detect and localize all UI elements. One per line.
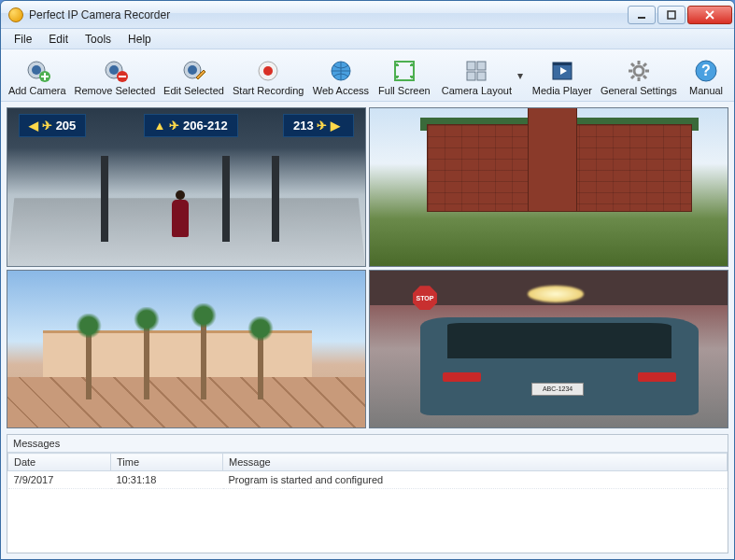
svg-point-6 bbox=[109, 65, 119, 75]
messages-log[interactable]: Date Time Message 7/9/2017 10:31:18 Prog… bbox=[7, 453, 728, 553]
start-recording-button[interactable]: Start Recording bbox=[232, 53, 305, 98]
maximize-icon bbox=[666, 10, 677, 20]
menu-help[interactable]: Help bbox=[120, 31, 159, 48]
camera-feed-2[interactable] bbox=[369, 107, 728, 267]
column-time[interactable]: Time bbox=[111, 454, 223, 471]
messages-panel-header: Messages bbox=[7, 435, 728, 453]
maximize-button[interactable] bbox=[657, 6, 686, 24]
svg-rect-18 bbox=[477, 72, 486, 80]
svg-rect-0 bbox=[638, 17, 645, 19]
minimize-button[interactable] bbox=[628, 6, 656, 24]
svg-text:?: ? bbox=[701, 63, 711, 78]
app-icon bbox=[8, 7, 23, 22]
close-icon bbox=[704, 10, 715, 20]
menu-tools[interactable]: Tools bbox=[78, 31, 119, 48]
menubar: File Edit Tools Help bbox=[1, 29, 734, 49]
minimize-icon bbox=[636, 10, 647, 20]
svg-rect-8 bbox=[119, 76, 126, 77]
svg-rect-16 bbox=[477, 62, 486, 70]
svg-rect-17 bbox=[467, 72, 475, 80]
manual-button[interactable]: ? Manual bbox=[684, 53, 728, 98]
camera-remove-icon bbox=[102, 59, 128, 83]
camera-grid: ◀ ✈205 ▲ ✈206-212 213 ✈ ▶ STOP bbox=[7, 107, 728, 428]
gear-icon bbox=[626, 59, 652, 83]
globe-icon bbox=[328, 59, 354, 83]
media-player-button[interactable]: Media Player bbox=[530, 53, 594, 98]
help-icon: ? bbox=[693, 59, 719, 83]
app-window: Perfect IP Camera Recorder File Edit Too… bbox=[0, 0, 735, 560]
column-message[interactable]: Message bbox=[223, 454, 728, 471]
camera-layout-dropdown[interactable]: ▾ bbox=[516, 69, 525, 82]
edit-selected-button[interactable]: Edit Selected bbox=[162, 53, 225, 98]
license-plate: ABC-1234 bbox=[531, 383, 584, 396]
media-player-icon bbox=[549, 59, 575, 83]
camera-feed-4[interactable]: STOP ABC-1234 bbox=[369, 270, 728, 429]
full-screen-button[interactable]: Full Screen bbox=[376, 53, 432, 98]
column-date[interactable]: Date bbox=[8, 454, 111, 471]
messages-panel: Messages Date Time Message 7/9/2017 10:3… bbox=[7, 434, 728, 553]
log-date: 7/9/2017 bbox=[8, 471, 111, 489]
airport-sign: 213 ✈ ▶ bbox=[283, 114, 354, 137]
svg-point-10 bbox=[188, 65, 197, 75]
svg-rect-15 bbox=[467, 62, 475, 70]
svg-point-12 bbox=[263, 66, 273, 76]
remove-selected-button[interactable]: Remove Selected bbox=[74, 53, 157, 98]
add-camera-button[interactable]: Add Camera bbox=[7, 53, 68, 98]
camera-feed-1[interactable]: ◀ ✈205 ▲ ✈206-212 213 ✈ ▶ bbox=[7, 107, 366, 267]
fullscreen-icon bbox=[391, 59, 417, 83]
camera-add-icon bbox=[24, 59, 50, 83]
window-title: Perfect IP Camera Recorder bbox=[29, 8, 170, 21]
svg-point-3 bbox=[32, 65, 41, 75]
general-settings-button[interactable]: General Settings bbox=[600, 53, 678, 98]
table-row[interactable]: 7/9/2017 10:31:18 Program is started and… bbox=[8, 471, 728, 489]
web-access-button[interactable]: Web Access bbox=[311, 53, 371, 98]
titlebar[interactable]: Perfect IP Camera Recorder bbox=[1, 1, 734, 29]
camera-layout-button[interactable]: Camera Layout bbox=[438, 53, 516, 98]
log-message: Program is started and configured bbox=[223, 471, 728, 489]
menu-edit[interactable]: Edit bbox=[41, 31, 76, 48]
chevron-down-icon: ▾ bbox=[517, 69, 523, 82]
camera-edit-icon bbox=[181, 59, 207, 83]
log-time: 10:31:18 bbox=[111, 471, 223, 489]
svg-point-21 bbox=[634, 66, 643, 76]
grid-icon bbox=[463, 59, 489, 83]
close-button[interactable] bbox=[687, 6, 732, 24]
content-area: ◀ ✈205 ▲ ✈206-212 213 ✈ ▶ STOP bbox=[1, 102, 734, 559]
toolbar: Add Camera Remove Selected Edit Selected… bbox=[1, 49, 734, 102]
menu-file[interactable]: File bbox=[7, 31, 39, 48]
airport-sign: ▲ ✈206-212 bbox=[144, 114, 238, 137]
record-icon bbox=[255, 59, 281, 83]
svg-rect-1 bbox=[668, 11, 675, 19]
camera-feed-3[interactable] bbox=[7, 270, 366, 429]
svg-rect-20 bbox=[553, 63, 572, 65]
airport-sign: ◀ ✈205 bbox=[19, 114, 86, 137]
